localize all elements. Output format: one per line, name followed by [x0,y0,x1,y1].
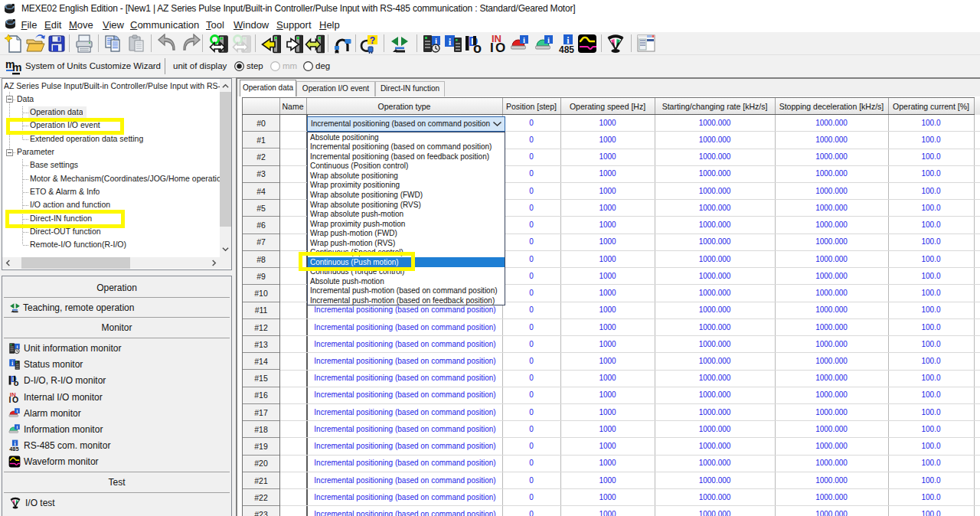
svg-text:I: I [490,41,494,54]
svg-text:i: i [435,36,437,45]
svg-text:485: 485 [559,44,574,54]
svg-text:m: m [12,61,21,73]
svg-text:O: O [495,41,505,54]
svg-text:485: 485 [9,446,18,452]
svg-text:i: i [449,36,452,47]
svg-text:i: i [523,36,525,44]
svg-text:i: i [16,408,18,413]
svg-text:i: i [16,344,18,349]
svg-text:i: i [547,36,550,44]
svg-text:?: ? [370,35,375,46]
svg-text:O: O [12,395,18,403]
svg-text:I: I [9,395,11,403]
svg-text:i: i [16,424,18,429]
